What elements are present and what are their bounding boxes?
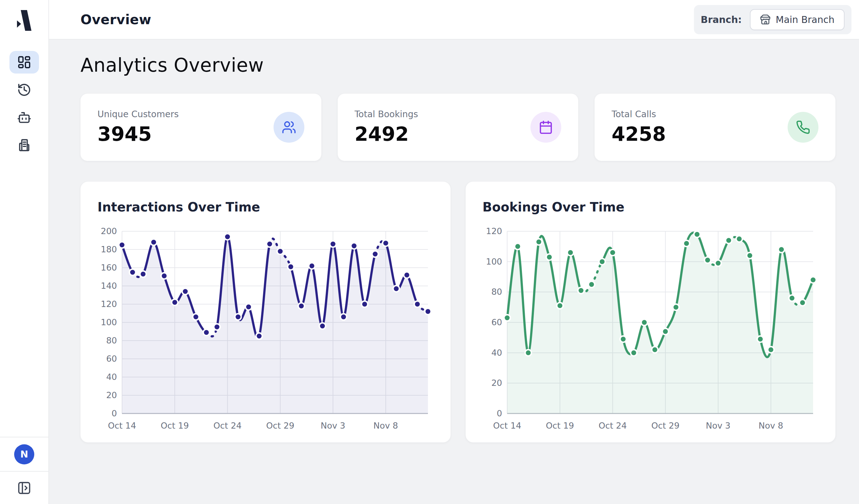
main-content: Analytics Overview Unique Customers 3945… [49, 40, 859, 504]
stat-card-unique-customers: Unique Customers 3945 [80, 94, 321, 161]
svg-text:Oct 24: Oct 24 [598, 421, 627, 430]
svg-text:Oct 19: Oct 19 [161, 421, 189, 430]
interactions-chart: 020406080100120140160180200Oct 14Oct 19O… [97, 225, 434, 433]
app-logo [0, 0, 48, 41]
section-title: Analytics Overview [80, 54, 835, 76]
svg-text:120: 120 [486, 226, 502, 236]
svg-text:140: 140 [101, 281, 117, 290]
stat-value: 4258 [612, 123, 666, 145]
chart-title: Interactions Over Time [97, 200, 434, 214]
stat-value: 2492 [355, 123, 418, 145]
chart-cards: Interactions Over Time 02040608010012014… [80, 182, 835, 442]
calendar-icon [530, 112, 561, 143]
robot-icon [17, 110, 31, 125]
svg-text:40: 40 [491, 348, 502, 358]
svg-text:Oct 19: Oct 19 [545, 421, 574, 430]
svg-text:0: 0 [111, 409, 117, 418]
page-title: Overview [80, 12, 151, 27]
app-window: N Overview Branch: [0, 0, 859, 504]
svg-text:0: 0 [496, 409, 502, 418]
svg-text:120: 120 [101, 299, 117, 309]
svg-text:20: 20 [491, 378, 502, 388]
stat-value: 3945 [97, 123, 179, 145]
bookings-chart: 020406080100120Oct 14Oct 19Oct 24Oct 29N… [483, 225, 819, 433]
svg-text:160: 160 [101, 263, 117, 272]
svg-text:Oct 14: Oct 14 [108, 421, 136, 430]
phone-icon [788, 112, 818, 143]
svg-text:100: 100 [101, 317, 117, 327]
sidebar: N [0, 0, 49, 504]
svg-text:20: 20 [106, 390, 117, 400]
branch-selector[interactable]: Main Branch [750, 9, 845, 30]
svg-text:100: 100 [486, 257, 502, 266]
stat-cards: Unique Customers 3945 Total Bookings 249… [80, 94, 835, 161]
sidebar-footer: N [0, 437, 48, 504]
svg-text:Oct 29: Oct 29 [266, 421, 294, 430]
store-icon [760, 14, 771, 25]
svg-text:Nov 3: Nov 3 [321, 421, 345, 430]
stat-label: Unique Customers [97, 109, 179, 120]
users-icon [273, 112, 304, 143]
svg-text:60: 60 [106, 354, 117, 364]
svg-text:180: 180 [101, 245, 117, 254]
bookings-chart-card: Bookings Over Time 020406080100120Oct 14… [466, 182, 836, 442]
svg-text:Oct 24: Oct 24 [213, 421, 242, 430]
logo-mark-icon [17, 10, 31, 31]
history-icon [17, 83, 31, 97]
top-bar: Overview Branch: Main Branch [49, 0, 859, 40]
branch-selector-group: Branch: Main Branch [694, 5, 852, 34]
stat-label: Total Bookings [355, 109, 418, 120]
stat-label: Total Calls [612, 109, 666, 120]
sidebar-item-branches[interactable] [10, 134, 39, 157]
svg-text:Nov 3: Nov 3 [706, 421, 730, 430]
sidebar-item-history[interactable] [10, 79, 39, 101]
interactions-chart-card: Interactions Over Time 02040608010012014… [80, 182, 451, 442]
stat-card-total-calls: Total Calls 4258 [594, 94, 835, 161]
svg-text:80: 80 [491, 287, 502, 297]
svg-text:60: 60 [491, 317, 502, 327]
chart-title: Bookings Over Time [483, 200, 819, 214]
dashboard-grid-icon [17, 55, 31, 69]
branch-label: Branch: [701, 14, 742, 25]
sidebar-expand-button[interactable] [17, 481, 31, 495]
sidebar-item-dashboard[interactable] [10, 51, 39, 74]
svg-text:Nov 8: Nov 8 [374, 421, 398, 430]
panel-expand-icon [17, 481, 31, 495]
svg-text:80: 80 [106, 335, 117, 345]
svg-text:Oct 29: Oct 29 [651, 421, 679, 430]
svg-text:40: 40 [106, 372, 117, 382]
stat-card-total-bookings: Total Bookings 2492 [338, 94, 578, 161]
svg-text:Nov 8: Nov 8 [758, 421, 783, 430]
avatar[interactable]: N [14, 444, 34, 464]
building-icon [17, 138, 31, 153]
svg-text:200: 200 [101, 226, 117, 236]
branch-value: Main Branch [776, 14, 834, 25]
sidebar-item-assistant[interactable] [10, 106, 39, 129]
svg-text:Oct 14: Oct 14 [493, 421, 521, 430]
sidebar-nav [0, 51, 48, 157]
